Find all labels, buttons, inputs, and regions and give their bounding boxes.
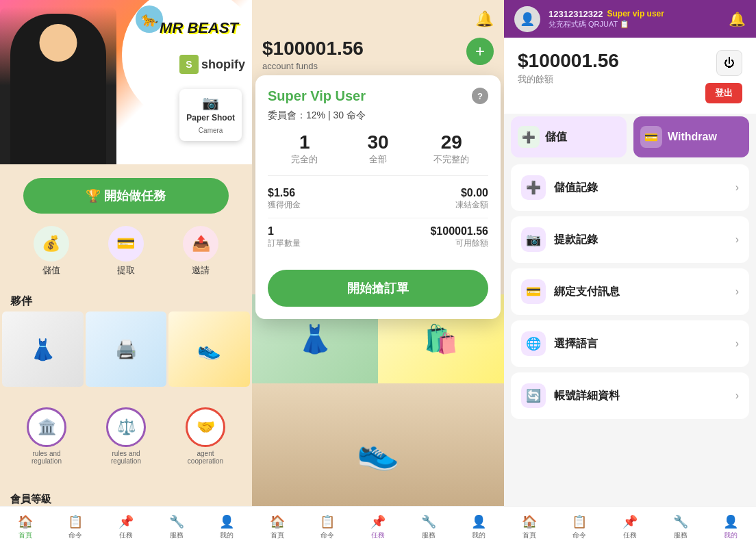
- left-panel: 🐆 MR BEAST S shopify 📷 Paper Shoot Camer…: [0, 0, 252, 547]
- menu-item-withdraw-record[interactable]: 📷 提款記錄 ›: [511, 216, 749, 263]
- modal-help-button[interactable]: ?: [472, 88, 488, 104]
- partner-section-label: 夥伴: [10, 294, 32, 309]
- grab-order-button[interactable]: 開始搶訂單: [268, 270, 488, 307]
- product-item-fashion: 👗: [2, 311, 84, 387]
- right-deposit-button[interactable]: ➕ 儲值: [511, 116, 627, 157]
- home-icon: 🏠: [18, 514, 33, 529]
- paper-shoot-label: Paper Shoot: [186, 113, 235, 123]
- language-label: 選擇語言: [554, 337, 727, 351]
- mid-nav-service[interactable]: 🔧 服務: [403, 507, 454, 547]
- left-nav-service[interactable]: 🔧 服務: [151, 507, 202, 547]
- mid-bell-icon[interactable]: 🔔: [475, 10, 494, 28]
- right-nav-commands[interactable]: 📋 命令: [555, 507, 605, 547]
- right-bell-icon[interactable]: 🔔: [729, 11, 746, 27]
- shopify-bag-icon: S: [179, 55, 199, 74]
- right-nav-tasks[interactable]: 📌 任務: [605, 507, 655, 547]
- right-panel: 👤 12312312322 Super vip user 兌充程式碼 QRJUA…: [504, 0, 756, 547]
- deposit-action-label: 儲值: [545, 130, 567, 144]
- left-nav-home-label: 首頁: [18, 531, 32, 540]
- right-nav-service[interactable]: 🔧 服務: [655, 507, 706, 547]
- modal-earned-commission: $1.56 獲得佣金: [268, 187, 301, 211]
- rules1-item[interactable]: 🏛️ rules and regulation: [23, 407, 71, 465]
- super-vip-modal: Super Vip User ? 委員會：12% | 30 命令 1 完全的 3…: [255, 75, 501, 319]
- modal-frozen-amount: $0.00 凍結金額: [455, 187, 488, 211]
- power-button[interactable]: ⏻: [716, 50, 742, 76]
- menu-item-bind-payment[interactable]: 💳 綁定支付訊息 ›: [511, 268, 749, 315]
- hero-section: 🐆 MR BEAST S shopify 📷 Paper Shoot Camer…: [0, 0, 252, 164]
- right-balance-left: $100001.56 我的餘額: [518, 50, 619, 86]
- withdraw-action-icon: 💳: [640, 126, 662, 148]
- rules1-label: rules and regulation: [23, 450, 71, 465]
- menu-item-deposit-record[interactable]: ➕ 儲值記錄 ›: [511, 164, 749, 211]
- icon-circles-row: 🏛️ rules and regulation ⚖️ rules and reg…: [0, 407, 252, 465]
- mid-nav-home[interactable]: 🏠 首頁: [252, 507, 303, 547]
- mid-nav-tasks[interactable]: 📌 任務: [353, 507, 403, 547]
- left-nav-home[interactable]: 🏠 首頁: [0, 507, 51, 547]
- stat-incomplete-label: 不完整的: [415, 153, 488, 166]
- agent-item[interactable]: 🤝 agent cooperation: [181, 407, 229, 465]
- right-nav-commands-label: 命令: [572, 531, 586, 540]
- modal-available-balance: $100001.56 可用餘額: [430, 225, 488, 249]
- left-nav-my[interactable]: 👤 我的: [201, 507, 252, 547]
- rules2-icon: ⚖️: [106, 407, 146, 447]
- language-chevron: ›: [735, 338, 739, 350]
- my-icon: 👤: [219, 514, 234, 529]
- mid-balance-section: $100001.56 account funds: [262, 38, 494, 71]
- earned-commission-value: $1.56: [268, 187, 301, 199]
- right-action-buttons: ➕ 儲值 💳 Withdraw: [511, 116, 749, 157]
- menu-item-account-detail[interactable]: 🔄 帳號詳細資料 ›: [511, 372, 749, 419]
- left-nav-commands[interactable]: 📋 命令: [51, 507, 101, 547]
- mid-nav-commands-label: 命令: [320, 531, 334, 540]
- invite-label: 邀請: [192, 264, 210, 277]
- hero-person: [0, 7, 116, 164]
- stat-complete-label: 完全的: [268, 153, 341, 166]
- withdraw-record-icon: 📷: [521, 227, 546, 252]
- logout-button[interactable]: 登出: [705, 83, 742, 103]
- mid-home-icon: 🏠: [270, 514, 285, 529]
- left-nav-tasks[interactable]: 📌 任務: [101, 507, 151, 547]
- mid-commands-icon: 📋: [320, 514, 335, 529]
- product-item-tech: 🖨️: [86, 311, 167, 387]
- agent-icon: 🤝: [186, 407, 225, 447]
- earned-commission-label: 獲得佣金: [268, 199, 301, 211]
- bind-payment-label: 綁定支付訊息: [554, 285, 727, 299]
- right-nav-tasks-label: 任務: [623, 531, 637, 540]
- action-invite[interactable]: 📤 邀請: [183, 226, 218, 277]
- account-detail-icon: 🔄: [521, 383, 546, 408]
- withdraw-label: 提取: [117, 264, 135, 277]
- promo-code-icon: 📋: [620, 20, 629, 28]
- modal-stat-total: 30 全部: [341, 131, 414, 166]
- left-nav-commands-label: 命令: [68, 531, 82, 540]
- right-vip-badge: Super vip user: [607, 9, 664, 18]
- rules2-label: rules and regulation: [102, 450, 150, 465]
- right-service-icon: 🔧: [673, 514, 688, 529]
- left-nav-tasks-label: 任務: [119, 531, 133, 540]
- bind-payment-chevron: ›: [735, 285, 739, 298]
- withdraw-record-label: 提款記錄: [554, 233, 727, 247]
- mid-balance-amount: $100001.56: [262, 38, 494, 60]
- shopify-logo: S shopify: [179, 55, 245, 74]
- right-nav-my[interactable]: 👤 我的: [705, 507, 756, 547]
- paper-shoot-sublabel: Camera: [199, 127, 223, 134]
- right-withdraw-button[interactable]: 💳 Withdraw: [633, 116, 749, 157]
- mid-service-icon: 🔧: [421, 514, 436, 529]
- mid-nav-commands[interactable]: 📋 命令: [303, 507, 353, 547]
- add-button[interactable]: +: [466, 38, 494, 65]
- right-balance-amount: $100001.56: [518, 50, 619, 72]
- deposit-record-chevron: ›: [735, 181, 739, 194]
- right-nav-home[interactable]: 🏠 首頁: [504, 507, 555, 547]
- modal-stat-complete: 1 完全的: [268, 131, 341, 166]
- agent-label: agent cooperation: [181, 450, 229, 465]
- modal-order-count: 1 訂單數量: [268, 225, 301, 249]
- bind-payment-icon: 💳: [521, 279, 546, 304]
- shopify-text: shopify: [201, 58, 245, 72]
- mid-nav-my-label: 我的: [472, 531, 486, 540]
- rules2-item[interactable]: ⚖️ rules and regulation: [102, 407, 150, 465]
- action-withdraw[interactable]: 💳 提取: [108, 226, 144, 277]
- mid-nav-my[interactable]: 👤 我的: [453, 507, 504, 547]
- menu-item-language[interactable]: 🌐 選擇語言 ›: [511, 320, 749, 367]
- mr-beast-text: MR BEAST: [160, 21, 238, 36]
- deposit-action-icon: ➕: [518, 126, 540, 148]
- action-deposit[interactable]: 💰 儲值: [34, 226, 69, 277]
- start-task-button[interactable]: 🏆 開始做任務: [23, 178, 229, 214]
